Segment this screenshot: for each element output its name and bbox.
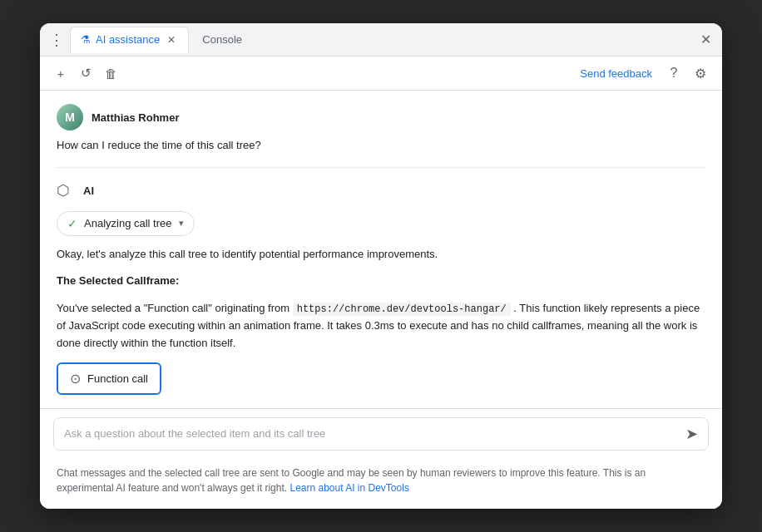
function-call-badge[interactable]: ⊙ Function call	[57, 362, 161, 395]
ai-response-body: You've selected a "Function call" origin…	[57, 300, 705, 352]
tab-ai-close-icon[interactable]: ✕	[165, 33, 178, 47]
ai-response-intro: Okay, let's analyze this call tree to id…	[57, 246, 705, 264]
add-button[interactable]: +	[50, 62, 72, 84]
tab-ai-assistance[interactable]: ⚗ AI assistance ✕	[70, 27, 189, 53]
chevron-down-icon: ▾	[179, 218, 184, 229]
toolbar: + ↺ 🗑 Send feedback ? ⚙	[40, 57, 722, 91]
function-call-text: Function call	[87, 372, 148, 385]
analyzing-pill[interactable]: ✓ Analyzing call tree ▾	[57, 211, 195, 236]
tab-console[interactable]: Console	[192, 27, 252, 53]
url-code: https://chrome.dev/devtools-hangar/	[293, 303, 511, 316]
learn-more-link[interactable]: Learn about AI in DevTools	[289, 482, 408, 494]
check-icon: ✓	[67, 217, 77, 230]
user-question: How can I reduce the time of this call t…	[57, 137, 705, 154]
tab-ai-label: AI assistance	[96, 33, 160, 46]
user-message: M Matthias Rohmer How can I reduce the t…	[57, 104, 705, 154]
delete-button[interactable]: 🗑	[100, 62, 121, 84]
chat-content: M Matthias Rohmer How can I reduce the t…	[40, 91, 722, 408]
user-header: M Matthias Rohmer	[57, 104, 705, 131]
send-icon: ➤	[685, 425, 698, 443]
ai-label: AI	[83, 185, 94, 197]
add-icon: +	[57, 66, 65, 81]
divider	[57, 167, 705, 168]
tab-console-label: Console	[202, 33, 242, 46]
ai-avatar-icon: ⬡	[57, 181, 77, 201]
trash-icon: 🗑	[105, 66, 117, 81]
ai-message: ⬡ AI ✓ Analyzing call tree ▾ Okay, let's…	[57, 181, 705, 395]
input-box: ➤	[53, 417, 709, 451]
more-tabs-icon[interactable]: ⋮	[47, 30, 67, 50]
footer: Chat messages and the selected call tree…	[40, 459, 722, 509]
history-button[interactable]: ↺	[75, 62, 96, 84]
devtools-window: ⋮ ⚗ AI assistance ✕ Console ✕ + ↺ 🗑 Send…	[40, 23, 722, 509]
user-name: Matthias Rohmer	[92, 111, 179, 124]
analyzing-text: Analyzing call tree	[84, 217, 172, 229]
window-close-icon[interactable]: ✕	[695, 30, 715, 50]
ai-header: ⬡ AI	[57, 181, 705, 201]
chat-input[interactable]	[64, 427, 679, 440]
settings-button[interactable]: ⚙	[689, 62, 712, 85]
input-area: ➤	[40, 408, 722, 459]
send-feedback-button[interactable]: Send feedback	[573, 64, 659, 83]
tab-bar: ⋮ ⚗ AI assistance ✕ Console ✕	[40, 23, 722, 57]
ai-callframe-heading: The Selected Callframe:	[57, 273, 705, 290]
history-icon: ↺	[81, 66, 92, 81]
avatar: M	[57, 104, 83, 131]
help-icon: ?	[670, 66, 678, 81]
function-call-icon: ⊙	[70, 371, 81, 387]
help-button[interactable]: ?	[662, 62, 685, 85]
ai-icon: ⚗	[81, 33, 91, 46]
gear-icon: ⚙	[695, 66, 706, 81]
send-button[interactable]: ➤	[685, 425, 698, 443]
